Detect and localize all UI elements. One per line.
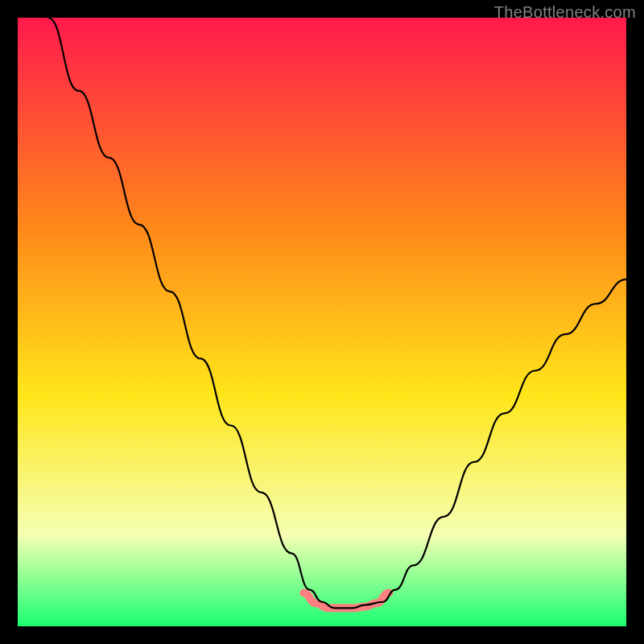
watermark-text: TheBottleneck.com xyxy=(494,3,636,22)
chart-frame xyxy=(18,18,626,626)
chart-svg xyxy=(18,18,626,626)
chart-plot-area xyxy=(18,18,626,626)
gradient-background xyxy=(18,18,626,626)
